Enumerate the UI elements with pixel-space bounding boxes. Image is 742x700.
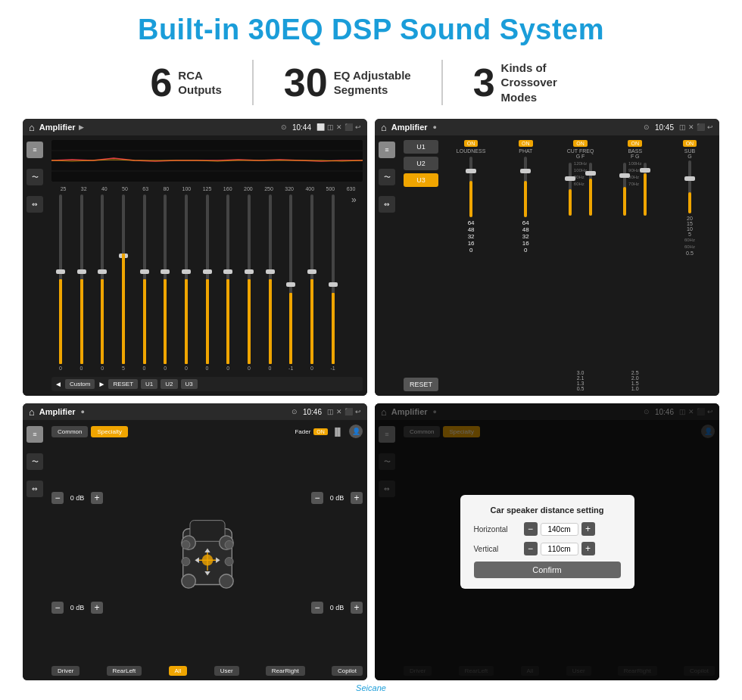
eq-slider-5[interactable]: 0 (156, 194, 174, 371)
db-minus-1[interactable]: − (51, 492, 64, 504)
eq-slider-3[interactable]: 5 (114, 194, 132, 371)
eq-slider-4[interactable]: 0 (136, 194, 154, 371)
fader-rearleft-btn[interactable]: RearLeft (107, 666, 142, 676)
cross-content: ≡ 〜 ⇔ U1 U2 U3 RESET (375, 135, 719, 396)
eq-side-icon-3[interactable]: ⇔ (26, 196, 43, 213)
bass-gf: F G (631, 154, 640, 159)
window-icon-3[interactable]: ⬛ (344, 408, 353, 415)
eq-slider-2[interactable]: 0 (93, 194, 111, 371)
eq-side-icon-1[interactable]: ≡ (26, 142, 43, 158)
fader-user-btn[interactable]: User (214, 666, 239, 676)
phat-slider[interactable] (524, 157, 527, 217)
fader-profile-icon[interactable]: 👤 (349, 425, 363, 438)
fader-tab-common[interactable]: Common (51, 426, 88, 437)
loudness-slider[interactable] (469, 157, 472, 217)
eq-graph (51, 140, 363, 182)
db-plus-4[interactable]: + (351, 602, 363, 614)
cross-reset-btn[interactable]: RESET (404, 370, 438, 391)
fader-side-icon-1[interactable]: ≡ (26, 426, 43, 443)
db-minus-4[interactable]: − (311, 602, 323, 614)
x-icon[interactable]: ✕ (336, 123, 342, 131)
dialog-vertical-value[interactable]: 110cm (541, 543, 578, 555)
back-icon-2[interactable]: ↩ (707, 123, 713, 131)
fader-side-icon-2[interactable]: 〜 (26, 453, 43, 470)
bass-toggle[interactable]: ON (628, 140, 642, 147)
vol-icon[interactable]: ◫ (327, 123, 334, 131)
eq-slider-9[interactable]: 0 (240, 194, 258, 371)
fader-all-btn[interactable]: All (169, 666, 188, 676)
eq-slider-13[interactable]: -1 (324, 194, 342, 371)
db-minus-3[interactable]: − (311, 492, 323, 504)
cutfreq-gf: G F (576, 154, 585, 159)
dialog-horizontal-value[interactable]: 140cm (541, 523, 578, 536)
phat-toggle[interactable]: ON (519, 140, 533, 147)
location-icon-2: ⊙ (644, 123, 650, 131)
preset-u3[interactable]: U3 (404, 173, 438, 187)
preset-u1[interactable]: U1 (404, 140, 438, 154)
db-minus-2[interactable]: − (51, 602, 64, 614)
fader-side-icon-3[interactable]: ⇔ (26, 481, 43, 497)
eq-slider-1[interactable]: 0 (73, 194, 91, 371)
bass-slider-f[interactable] (623, 163, 626, 216)
cutfreq-slider-g[interactable] (569, 163, 572, 216)
eq-slider-7[interactable]: 0 (198, 194, 217, 371)
back-icon[interactable]: ↩ (355, 123, 361, 131)
db-plus-1[interactable]: + (91, 492, 103, 504)
preset-u2[interactable]: U2 (404, 157, 438, 170)
dialog-vertical-plus[interactable]: + (581, 542, 595, 555)
dialog-horizontal-minus[interactable]: − (524, 522, 538, 536)
home-icon[interactable]: ⌂ (29, 122, 35, 133)
eq-prev-btn[interactable]: ◄ (55, 380, 62, 388)
confirm-button[interactable]: Confirm (474, 562, 621, 578)
window-icon[interactable]: ⬛ (344, 123, 353, 131)
db-plus-2[interactable]: + (91, 602, 103, 614)
vol-icon-3[interactable]: ◫ (327, 408, 334, 415)
eq-custom-btn[interactable]: Custom (65, 379, 95, 389)
cross-side-icon-3[interactable]: ⇔ (379, 196, 395, 213)
play-icon[interactable]: ▶ (79, 123, 84, 131)
eq-slider-12[interactable]: 0 (303, 194, 321, 371)
fader-bottom: Driver RearLeft All User RearRight Copil… (51, 666, 363, 676)
camera-icon[interactable]: ⬜ (316, 123, 325, 131)
sub-toggle[interactable]: ON (683, 140, 697, 147)
cross-side-icon-1[interactable]: ≡ (379, 142, 395, 158)
fader-tab-specialty[interactable]: Specialty (91, 426, 127, 437)
eq-side-icon-2[interactable]: 〜 (26, 169, 43, 185)
eq-reset-btn[interactable]: RESET (108, 379, 138, 389)
sub-slider[interactable] (688, 160, 691, 213)
dialog-vertical-minus[interactable]: − (524, 542, 538, 555)
fader-driver-btn[interactable]: Driver (51, 666, 80, 676)
window-icon-2[interactable]: ⬛ (697, 123, 705, 131)
eq-forward-icon[interactable]: » (344, 194, 363, 371)
back-icon-3[interactable]: ↩ (355, 408, 361, 415)
cutfreq-toggle[interactable]: ON (573, 140, 588, 147)
loudness-toggle[interactable]: ON (464, 140, 479, 147)
db-plus-3[interactable]: + (351, 492, 363, 504)
page-title: Built-in 30EQ DSP Sound System (138, 14, 604, 46)
eq-slider-11[interactable]: -1 (282, 194, 300, 371)
stat-rca-label: RCAOutputs (178, 68, 222, 98)
eq-u1-btn[interactable]: U1 (141, 379, 157, 389)
eq-freq-label-6: 100 (176, 186, 197, 191)
fader-rearright-btn[interactable]: RearRight (266, 666, 305, 676)
fader-toggle-on[interactable]: ON (313, 428, 328, 435)
eq-freq-label-0: 25 (53, 186, 73, 191)
bass-slider-g[interactable] (644, 163, 647, 216)
home-icon-2[interactable]: ⌂ (381, 122, 387, 133)
x-icon-3[interactable]: ✕ (336, 408, 342, 415)
eq-slider-8[interactable]: 0 (219, 194, 237, 371)
home-icon-3[interactable]: ⌂ (29, 406, 35, 418)
db-val-2: 0 dB (67, 604, 88, 611)
dialog-horizontal-plus[interactable]: + (581, 522, 595, 536)
eq-u3-btn[interactable]: U3 (181, 379, 198, 389)
eq-slider-0[interactable]: 0 (51, 194, 70, 371)
eq-slider-6[interactable]: 0 (177, 194, 195, 371)
eq-next-btn[interactable]: ► (98, 380, 105, 388)
x-icon-2[interactable]: ✕ (688, 123, 694, 131)
eq-u2-btn[interactable]: U2 (161, 379, 177, 389)
vol-icon-2[interactable]: ◫ (679, 123, 686, 131)
cutfreq-slider-f[interactable] (589, 163, 592, 216)
fader-copilot-btn[interactable]: Copilot (332, 666, 363, 676)
eq-slider-10[interactable]: 0 (261, 194, 279, 371)
cross-side-icon-2[interactable]: 〜 (379, 169, 395, 185)
